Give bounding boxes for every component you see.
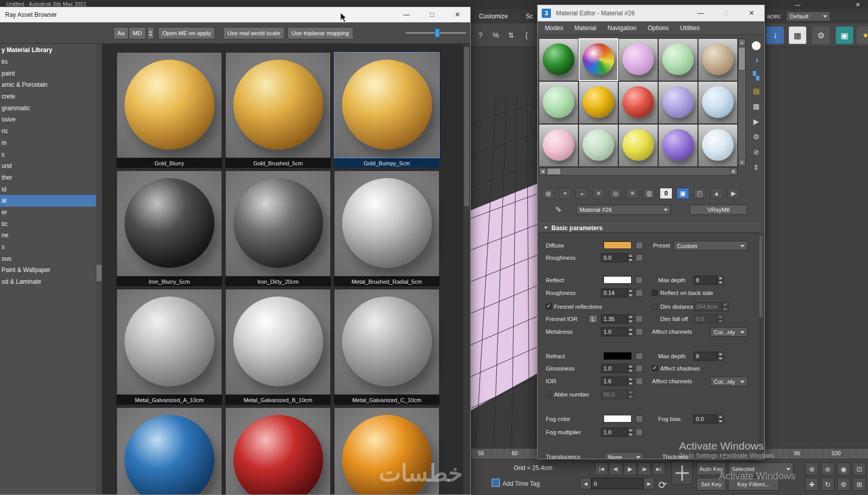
play-button[interactable]: ▶ <box>623 462 637 475</box>
material-tile[interactable]: Metal_Galvanized_A_10cm <box>116 289 222 405</box>
selection-set-dropdown[interactable]: Selected <box>728 462 793 475</box>
go-to-parent-icon[interactable]: ▲ <box>710 188 723 199</box>
reflect-color-swatch[interactable] <box>604 276 632 284</box>
browser-close-button[interactable]: ✕ <box>445 7 470 22</box>
sample-slot[interactable] <box>539 124 578 167</box>
sidebar-item[interactable]: und <box>0 160 102 172</box>
dim-distance-field[interactable]: 254.0cm <box>693 302 722 311</box>
menu-material[interactable]: Material <box>574 24 596 32</box>
auto-key-button[interactable]: Auto Key <box>696 462 726 475</box>
slots-hscroll-thumb[interactable] <box>547 168 561 175</box>
browser-minimize-button[interactable]: — <box>394 7 419 22</box>
material-tile[interactable]: Metal_Brushed_Radial_5cm <box>334 170 440 286</box>
sample-slot[interactable] <box>578 81 618 124</box>
select-by-material-icon[interactable]: ⊘ <box>750 146 762 158</box>
sidebar-item[interactable]: crete <box>0 91 102 103</box>
sidebar-item[interactable]: amic & Porcelain <box>0 79 102 91</box>
abbe-number-checkbox[interactable] <box>546 391 551 397</box>
metalness-field[interactable]: 1.0 <box>601 327 628 336</box>
menu-navigation[interactable]: Navigation <box>608 24 637 32</box>
sidebar-item[interactable]: tic <box>0 218 102 230</box>
reflect-backside-checkbox[interactable] <box>652 290 658 295</box>
thickness-field[interactable] <box>693 452 722 459</box>
refract-color-swatch[interactable] <box>604 352 632 360</box>
sidebar-item[interactable]: ks <box>0 56 102 68</box>
grid-scrollbar-thumb[interactable] <box>464 47 469 206</box>
glossiness-map-button[interactable] <box>636 365 643 372</box>
time-config-icon[interactable]: ⚙ <box>837 478 850 491</box>
sidebar-item[interactable]: s <box>0 241 102 253</box>
rendered-frame-window-icon[interactable]: ▣ <box>836 27 853 44</box>
sample-slot[interactable] <box>618 38 658 81</box>
ior-map-button[interactable] <box>636 378 643 385</box>
sidebar-item[interactable]: s <box>0 149 102 161</box>
reflect-roughness-map-button[interactable] <box>636 289 643 296</box>
sidebar-item[interactable]: ous <box>0 253 102 265</box>
max-minimize-button[interactable]: — <box>790 0 805 9</box>
sample-slot[interactable] <box>618 124 658 167</box>
slots-scroll-up-icon[interactable]: ▲ <box>738 39 745 46</box>
material-id-channel-icon[interactable]: 0 <box>660 188 672 199</box>
material-tile-selected[interactable]: Gold_Bumpy_5cm <box>334 52 440 168</box>
make-preview-icon[interactable]: ▶ <box>750 115 762 128</box>
sample-slot-active[interactable] <box>578 38 618 81</box>
diffuse-map-button[interactable] <box>636 242 643 249</box>
sidebar-item[interactable]: grammatic <box>0 103 102 114</box>
affect-channels-dropdown[interactable]: Col...nly <box>710 327 748 337</box>
reflect-map-button[interactable] <box>636 277 643 284</box>
browser-titlebar[interactable]: Ray Asset Browser — □ ✕ <box>0 7 470 22</box>
sidebar-item[interactable]: er <box>0 207 102 218</box>
background-icon[interactable]: ▚ <box>750 69 762 82</box>
meditor-close-button[interactable]: ✕ <box>739 5 764 21</box>
render-setup-icon[interactable]: ⚙ <box>812 27 830 44</box>
sidebar-item[interactable]: ssive <box>0 114 102 126</box>
pan-icon[interactable]: ✚ <box>805 478 818 491</box>
material-tile[interactable]: Gold_Blurry <box>116 52 222 168</box>
go-forward-sibling-icon[interactable]: ▶ <box>727 188 740 199</box>
dim-falloff-field[interactable]: 0.0 <box>693 314 717 324</box>
assign-material-to-selection-icon[interactable]: ◒ <box>575 188 588 199</box>
sidebar-scrollbar-thumb[interactable] <box>97 265 102 281</box>
menu-fragment[interactable]: Sc <box>526 13 533 20</box>
sample-slot[interactable] <box>578 124 618 167</box>
sidebar-item-selected[interactable]: al <box>0 195 102 207</box>
mirror-icon[interactable]: ⇅ <box>504 29 518 42</box>
material-tile[interactable]: Iron_Blurry_5cm <box>116 170 222 286</box>
refract-max-depth-field[interactable]: 8 <box>693 352 717 361</box>
fog-color-swatch[interactable] <box>604 415 632 423</box>
metalness-map-button[interactable] <box>636 328 643 335</box>
md-button[interactable]: MD <box>129 27 146 39</box>
next-frame-button[interactable]: |▶ <box>638 462 651 475</box>
material-tile[interactable]: Gold_Brushed_5cm <box>225 52 331 168</box>
material-map-navigator-icon[interactable]: ⇕ <box>750 161 762 174</box>
meditor-titlebar[interactable]: 3 Material Editor - Material #26 — □ ✕ <box>538 5 764 21</box>
thumbnail-size-slider[interactable] <box>406 32 466 34</box>
zoom-region-icon[interactable]: ⊡ <box>853 462 866 476</box>
go-to-start-button[interactable]: |◀ <box>595 462 608 475</box>
fresnel-reflections-checkbox[interactable] <box>546 304 551 309</box>
go-to-end-button[interactable]: ▶| <box>652 462 665 475</box>
use-real-world-scale-button[interactable]: Use real world scale <box>223 27 284 39</box>
maximize-viewport-icon[interactable]: ⊞ <box>853 478 866 491</box>
sample-slot[interactable] <box>658 38 698 81</box>
roughness-map-button[interactable] <box>636 254 643 261</box>
sample-type-icon[interactable]: ⬤ <box>750 39 762 51</box>
percent-snap-icon[interactable]: % <box>489 29 502 42</box>
quick-render-toggle-icon[interactable]: ↓ <box>766 27 784 44</box>
dim-distance-checkbox[interactable] <box>652 304 658 309</box>
fresnel-ior-lock-button[interactable]: L <box>589 315 597 323</box>
sample-uv-tiling-icon[interactable]: ▤ <box>750 85 762 97</box>
roughness-field[interactable]: 0.0 <box>601 253 628 262</box>
slots-scroll-left-icon[interactable]: ◀ <box>539 168 546 175</box>
sidebar-item[interactable]: id <box>0 184 102 195</box>
frame-back-button[interactable]: ◀ <box>580 478 591 489</box>
sample-slot[interactable] <box>698 124 738 167</box>
fog-multiplier-field[interactable]: 1.0 <box>601 428 628 437</box>
make-material-copy-icon[interactable]: ◎ <box>609 188 622 199</box>
refract-affect-channels-dropdown[interactable]: Col...nly <box>710 377 748 386</box>
meditor-maximize-button[interactable]: □ <box>713 5 739 21</box>
reflect-roughness-field[interactable]: 0.14 <box>601 288 628 298</box>
backlight-icon[interactable]: ◑ <box>750 54 762 66</box>
help-icon[interactable]: ? <box>474 29 487 42</box>
video-color-check-icon[interactable]: ▦ <box>750 100 762 112</box>
